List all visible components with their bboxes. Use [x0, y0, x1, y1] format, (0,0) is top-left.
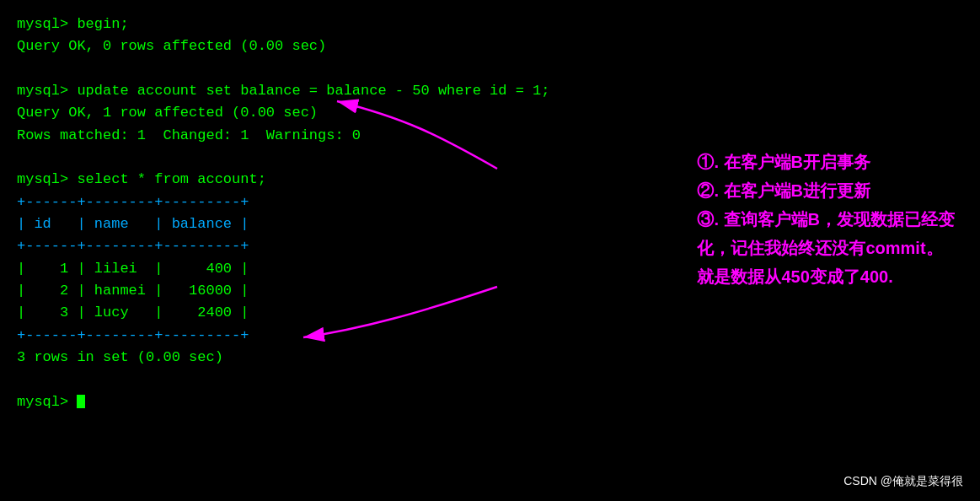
terminal-line-1: mysql> begin;: [17, 13, 963, 35]
annotation-line-1: ①. 在客户端B开启事务: [697, 148, 955, 176]
terminal-line-5: Query OK, 1 row affected (0.00 sec): [17, 102, 963, 124]
terminal-window: mysql> begin; Query OK, 0 rows affected …: [0, 0, 980, 501]
terminal-line-18: mysql>: [17, 391, 963, 413]
annotation-line-4: 化，记住我始终还没有commit。: [697, 234, 955, 262]
table-row-3: | 3 | lucy | 2400 |: [17, 302, 963, 324]
watermark: CSDN @俺就是菜得很: [843, 472, 963, 491]
terminal-line-16: 3 rows in set (0.00 sec): [17, 347, 963, 369]
terminal-line-3: [17, 58, 963, 80]
cursor: [77, 395, 85, 408]
terminal-line-4: mysql> update account set balance = bala…: [17, 80, 963, 102]
table-border-bot: +------+--------+---------+: [17, 325, 963, 347]
annotation-line-2: ②. 在客户端B进行更新: [697, 176, 955, 205]
annotation-line-3: ③. 查询客户端B，发现数据已经变: [697, 205, 955, 234]
terminal-line-17: [17, 369, 963, 391]
annotation-box: ①. 在客户端B开启事务 ②. 在客户端B进行更新 ③. 查询客户端B，发现数据…: [697, 148, 955, 291]
annotation-line-5: 就是数据从450变成了400.: [697, 262, 955, 291]
terminal-line-6: Rows matched: 1 Changed: 1 Warnings: 0: [17, 125, 963, 147]
terminal-line-2: Query OK, 0 rows affected (0.00 sec): [17, 35, 963, 57]
